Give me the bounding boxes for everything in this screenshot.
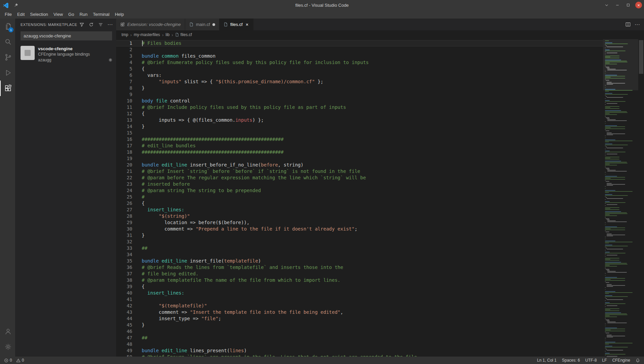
code-line[interactable]: 3bundle common files_common: [116, 53, 603, 59]
tab-close-icon[interactable]: ×: [245, 22, 249, 27]
code-line[interactable]: 30 comment => "Prepend a line to the fil…: [116, 226, 603, 232]
code-line[interactable]: 7 "inputs" slist => { "$(this.promise_di…: [116, 79, 603, 85]
extension-manage-gear-icon[interactable]: [108, 58, 113, 62]
breadcrumb-separator: ›: [130, 32, 132, 37]
layout-chevron-icon[interactable]: [603, 1, 610, 9]
code-line[interactable]: 18######################################…: [116, 149, 603, 155]
code-line[interactable]: 48: [116, 341, 603, 347]
maximize-button[interactable]: [624, 1, 632, 9]
code-line[interactable]: 42 "$(templatefile)": [116, 303, 603, 309]
source-control-icon[interactable]: [0, 50, 15, 65]
code-line[interactable]: 12{: [116, 111, 603, 117]
code-line[interactable]: 28 "$(string)": [116, 213, 603, 219]
menu-run[interactable]: Run: [77, 11, 90, 18]
cursor-position[interactable]: Ln 1, Col 1: [537, 358, 556, 363]
menu-edit[interactable]: Edit: [14, 11, 27, 18]
code-line[interactable]: 24# @param string The string to be prepe…: [116, 187, 603, 194]
code-line[interactable]: 33##: [116, 245, 603, 251]
code-line[interactable]: 47##: [116, 335, 603, 341]
settings-gear-icon[interactable]: [0, 339, 15, 355]
code-line[interactable]: 14}: [116, 123, 603, 130]
code-line[interactable]: 17# edit_line bundles: [116, 143, 603, 149]
code-line[interactable]: 11# @brief Include policy files used by …: [116, 104, 603, 111]
tab-main-cf[interactable]: main.cf: [185, 19, 219, 30]
code-line[interactable]: 15: [116, 130, 603, 136]
code-line[interactable]: 41: [116, 296, 603, 303]
menu-view[interactable]: View: [51, 11, 66, 18]
accounts-icon[interactable]: [0, 324, 15, 339]
more-actions-icon[interactable]: ···: [635, 22, 640, 28]
code-line[interactable]: 1# Files bodies: [116, 40, 603, 47]
notifications-bell-icon[interactable]: [636, 358, 640, 363]
search-icon[interactable]: [0, 34, 15, 50]
code-line[interactable]: 5{: [116, 66, 603, 72]
code-line[interactable]: 13 inputs => { @(files_common.inputs) };: [116, 117, 603, 123]
more-actions-icon[interactable]: ···: [107, 21, 113, 28]
breadcrumb-lib[interactable]: lib: [166, 32, 170, 37]
status-problems[interactable]: 0 0: [4, 358, 24, 363]
minimap[interactable]: [603, 39, 638, 357]
code-line[interactable]: 16######################################…: [116, 136, 603, 143]
breadcrumb-files-cf[interactable]: files.cf: [175, 32, 192, 37]
code-line[interactable]: 20bundle edit_line insert_before_if_no_l…: [116, 162, 603, 168]
code-line[interactable]: 8}: [116, 85, 603, 91]
code-line[interactable]: 19: [116, 155, 603, 162]
menu-go[interactable]: Go: [66, 11, 77, 18]
menu-terminal[interactable]: Terminal: [90, 11, 112, 18]
code-line[interactable]: 43 comment => "Insert the template file …: [116, 309, 603, 315]
filter-icon[interactable]: [78, 21, 85, 28]
code-line[interactable]: 36# @brief Reads the lines from `templat…: [116, 264, 603, 271]
code-line[interactable]: 38# @param templatefile The name of the …: [116, 277, 603, 283]
extensions-search-input[interactable]: [21, 33, 112, 38]
split-editor-icon[interactable]: [625, 22, 631, 27]
encoding-setting[interactable]: UTF-8: [585, 358, 597, 363]
code-line[interactable]: 35bundle edit_line insert_file(templatef…: [116, 258, 603, 264]
code-line[interactable]: 25#: [116, 194, 603, 200]
language-mode[interactable]: CFEngine: [612, 358, 630, 363]
code-line[interactable]: 6 vars:: [116, 72, 603, 79]
code-editor[interactable]: 1# Files bodies23bundle common files_com…: [116, 39, 603, 357]
code-line[interactable]: 29 location => before($(before)),: [116, 219, 603, 226]
code-line[interactable]: 26{: [116, 200, 603, 207]
indentation-setting[interactable]: Spaces: 6: [562, 358, 580, 363]
tab-files-cf[interactable]: files.cf ×: [219, 19, 253, 30]
code-line[interactable]: 40 insert_lines:: [116, 290, 603, 296]
code-line[interactable]: 31}: [116, 232, 603, 239]
minimize-button[interactable]: [614, 1, 621, 9]
close-button[interactable]: ×: [635, 2, 642, 8]
extensions-icon[interactable]: [0, 81, 15, 96]
menu-selection[interactable]: Selection: [27, 11, 50, 18]
code-line[interactable]: 10body file control: [116, 98, 603, 104]
eol-setting[interactable]: LF: [602, 358, 607, 363]
code-line[interactable]: 46: [116, 328, 603, 335]
refresh-icon[interactable]: [88, 21, 95, 28]
pin-icon[interactable]: [12, 1, 20, 9]
vertical-scrollbar[interactable]: [638, 39, 644, 357]
code-line[interactable]: 49bundle edit_line lines_present(lines): [116, 347, 603, 354]
code-line[interactable]: 22# @param before The regular expression…: [116, 175, 603, 181]
code-line[interactable]: 2: [116, 47, 603, 53]
breadcrumb-my-masterfiles[interactable]: my-masterfiles: [134, 32, 160, 37]
breadcrumb-tmp[interactable]: tmp: [122, 32, 128, 37]
code-line[interactable]: 9: [116, 91, 603, 98]
explorer-icon[interactable]: 1: [0, 19, 15, 34]
code-line[interactable]: 21# @brief Insert `string` before `befor…: [116, 168, 603, 175]
code-line[interactable]: 37# file being edited.: [116, 271, 603, 277]
code-line[interactable]: 44 insert_type => "file";: [116, 315, 603, 322]
code-line[interactable]: 39{: [116, 283, 603, 290]
extension-list-item[interactable]: vscode-cfengine CFEngine language bindin…: [15, 43, 116, 65]
code-line[interactable]: 45}: [116, 322, 603, 328]
code-line[interactable]: 32: [116, 239, 603, 245]
line-text: # @brief Enumerate policy files used by …: [142, 59, 369, 66]
code-line[interactable]: 34: [116, 251, 603, 258]
code-line[interactable]: 27 insert_lines:: [116, 207, 603, 213]
menu-file[interactable]: File: [2, 11, 14, 18]
code-line[interactable]: 4# @brief Enumerate policy files used by…: [116, 59, 603, 66]
menu-help[interactable]: Help: [112, 11, 127, 18]
code-line[interactable]: 50# @brief Ensure `lines` are present in…: [116, 354, 603, 357]
scrollbar-thumb[interactable]: [639, 40, 643, 74]
run-debug-icon[interactable]: [0, 65, 15, 81]
code-line[interactable]: 23# inserted before: [116, 181, 603, 187]
clear-search-results-icon[interactable]: [97, 21, 104, 28]
tab-extension-vscode-cfengine[interactable]: Extension: vscode-cfengine: [116, 19, 185, 30]
